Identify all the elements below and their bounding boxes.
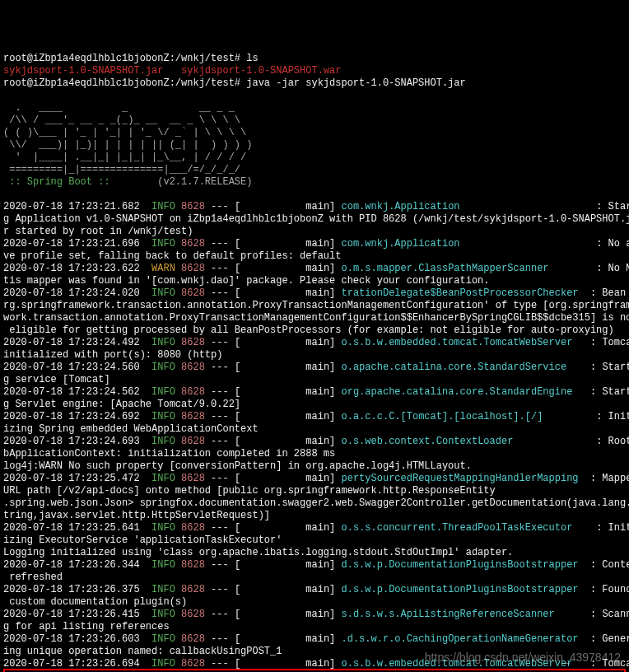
file-war: sykjdsport-1.0-SNAPSHOT.war bbox=[181, 65, 341, 77]
log-continuation: URL path [/v2/api-docs] onto method [pub… bbox=[3, 485, 629, 672]
spring-banner-line: . ____ _ __ _ _ bbox=[3, 102, 235, 114]
shell-prompt: root@iZbp1a4eqdlhblc1bjobonZ:/wnkj/test# bbox=[3, 53, 246, 64]
log-level: INFO bbox=[151, 386, 175, 398]
spring-banner-line: \\/ ___)| |_)| | | | | || (_| | ) ) ) ) bbox=[3, 139, 252, 151]
spring-boot-label: :: Spring Boot :: bbox=[3, 176, 116, 188]
log-timestamp: 2020-07-18 17:23:26.375 bbox=[3, 584, 140, 595]
log-pid: 8628 bbox=[181, 658, 205, 670]
log-timestamp: 2020-07-18 17:23:24.560 bbox=[3, 362, 140, 373]
log-sep: --- [ main] bbox=[205, 559, 342, 571]
log-continuation: izing ExecutorService 'applicationTaskEx… bbox=[3, 534, 282, 546]
log-continuation: ve profile set, falling back to default … bbox=[3, 250, 341, 262]
log-sep: --- [ main] bbox=[205, 201, 342, 212]
log-continuation: Logging initialized using 'class org.apa… bbox=[3, 547, 513, 558]
log-msg: : Generat bbox=[579, 633, 629, 645]
log-timestamp: 2020-07-18 17:23:26.415 bbox=[3, 609, 140, 620]
log-level: INFO bbox=[151, 522, 175, 534]
log-msg: : Found 1 bbox=[579, 584, 629, 595]
log-sep: --- [ main] bbox=[205, 658, 342, 670]
log-level: INFO bbox=[151, 584, 175, 595]
log-msg: : Root We bbox=[513, 436, 629, 447]
log-class: trationDelegate$BeanPostProcessorChecker bbox=[342, 287, 579, 299]
log-pid: 8628 bbox=[181, 263, 205, 274]
log-level: INFO bbox=[151, 473, 175, 484]
log-msg: : Startin bbox=[572, 386, 629, 398]
log-level: INFO bbox=[151, 287, 175, 299]
log-level: INFO bbox=[151, 362, 175, 373]
log-timestamp: 2020-07-18 17:23:24.020 bbox=[3, 287, 140, 299]
log-timestamp: 2020-07-18 17:23:26.694 bbox=[3, 658, 140, 670]
log-continuation: ing unique operation named: callbackUsin… bbox=[3, 646, 282, 657]
log-class: o.s.s.concurrent.ThreadPoolTaskExecutor bbox=[342, 522, 573, 534]
log-class: com.wnkj.Application bbox=[342, 201, 460, 212]
log-class: o.a.c.c.C.[Tomcat].[localhost].[/] bbox=[342, 411, 543, 422]
log-class: o.s.web.context.ContextLoader bbox=[342, 436, 514, 447]
log-level: INFO bbox=[151, 609, 175, 620]
log-timestamp: 2020-07-18 17:23:21.696 bbox=[3, 238, 140, 250]
log-pid: 8628 bbox=[181, 436, 205, 447]
log-class: .d.s.w.r.o.CachingOperationNameGenerator bbox=[342, 633, 579, 645]
log-pid: 8628 bbox=[181, 473, 205, 484]
log-continuation: eligible for getting processed by all Be… bbox=[3, 324, 614, 336]
log-msg: : Mapped bbox=[579, 473, 629, 484]
log-sep: --- [ main] bbox=[205, 337, 342, 348]
file-jar: sykjdsport-1.0-SNAPSHOT.jar bbox=[3, 65, 163, 77]
log-continuation: custom documentation plugin(s) bbox=[3, 596, 187, 608]
log-class: o.m.s.mapper.ClassPathMapperScanner bbox=[342, 263, 549, 274]
log-continuation: g service [Tomcat] bbox=[3, 374, 110, 385]
log-level: INFO bbox=[151, 436, 175, 447]
log-timestamp: 2020-07-18 17:23:24.562 bbox=[3, 386, 140, 398]
log-pid: 8628 bbox=[181, 522, 205, 534]
log-continuation: .spring.web.json.Json> springfox.documen… bbox=[3, 497, 629, 509]
log-continuation: izing Spring embedded WebApplicationCont… bbox=[3, 423, 259, 435]
log-msg: : Bean 'o bbox=[579, 287, 629, 299]
cmd: ls bbox=[246, 53, 258, 64]
log-continuation: g for api listing references bbox=[3, 621, 170, 632]
log-timestamp: 2020-07-18 17:23:26.603 bbox=[3, 633, 140, 645]
cmd: java -jar sykjdsport-1.0-SNAPSHOT.jar bbox=[246, 77, 465, 89]
log-msg: : Startin bbox=[460, 201, 629, 212]
log-msg: : Initial bbox=[543, 411, 629, 422]
log-class: com.wnkj.Application bbox=[342, 238, 460, 250]
log-continuation: refreshed bbox=[3, 572, 63, 583]
log-level: INFO bbox=[151, 201, 175, 212]
log-pid: 8628 bbox=[181, 411, 205, 422]
log-class: d.s.w.p.DocumentationPluginsBootstrapper bbox=[342, 584, 579, 595]
log-continuation: initialized with port(s): 8080 (http) bbox=[3, 349, 222, 361]
watermark-text: https://blog.csdn.net/weixin_43978412 bbox=[425, 651, 621, 665]
log-class: d.s.w.p.DocumentationPluginsBootstrapper bbox=[342, 559, 579, 571]
log-timestamp: 2020-07-18 17:23:25.641 bbox=[3, 522, 140, 534]
log-level: INFO bbox=[151, 337, 175, 348]
log-class: o.s.b.w.embedded.tomcat.TomcatWebServer bbox=[342, 337, 573, 348]
terminal-output: root@iZbp1a4eqdlhblc1bjobonZ:/wnkj/test#… bbox=[3, 53, 626, 672]
log-continuation: r started by root in /wnkj/test) bbox=[3, 226, 193, 237]
log-continuation: g Application v1.0-SNAPSHOT on iZbp1a4eq… bbox=[3, 213, 629, 225]
spring-banner-line: ( ( )\___ | '_ | '_| | '_ \/ _` | \ \ \ … bbox=[3, 127, 246, 138]
log-class: o.apache.catalina.core.StandardService bbox=[342, 362, 567, 373]
log-sep: --- [ main] bbox=[205, 584, 342, 595]
log-msg: : No MyBa bbox=[549, 263, 629, 274]
log-timestamp: 2020-07-18 17:23:24.693 bbox=[3, 436, 140, 447]
log-continuation: work.transaction.annotation.ProxyTransac… bbox=[3, 312, 629, 324]
log-timestamp: 2020-07-18 17:23:26.344 bbox=[3, 559, 140, 571]
log-sep: --- [ main] bbox=[205, 473, 342, 484]
log-sep: --- [ main] bbox=[205, 238, 342, 250]
log-sep: --- [ main] bbox=[205, 609, 342, 620]
log-sep: --- [ main] bbox=[205, 633, 342, 645]
log-timestamp: 2020-07-18 17:23:21.682 bbox=[3, 201, 140, 212]
log-msg: : Startin bbox=[566, 362, 629, 373]
log-pid: 8628 bbox=[181, 584, 205, 595]
log-level: INFO bbox=[151, 633, 175, 645]
log-pid: 8628 bbox=[181, 609, 205, 620]
log-continuation: tis mapper was found in '[com.wnkj.dao]'… bbox=[3, 275, 490, 287]
spring-banner-line: ' |____| .__|_| |_|_| |_\__, | / / / / bbox=[3, 152, 246, 163]
log-level: INFO bbox=[151, 238, 175, 250]
spring-banner-line: /\\ / ___'_ __ _ _(_)_ __ __ _ \ \ \ \ bbox=[3, 114, 240, 126]
log-class: org.apache.catalina.core.StandardEngine bbox=[342, 386, 573, 398]
log-continuation: g Servlet engine: [Apache Tomcat/9.0.22] bbox=[3, 399, 240, 410]
log-pid: 8628 bbox=[181, 337, 205, 348]
log-timestamp: 2020-07-18 17:23:25.472 bbox=[3, 473, 140, 484]
log-continuation: log4j:WARN No such property [conversionP… bbox=[3, 460, 472, 472]
log-class: pertySourcedRequestMappingHandlerMapping bbox=[342, 473, 579, 484]
log-class: s.d.s.w.s.ApiListingReferenceScanner bbox=[342, 609, 555, 620]
